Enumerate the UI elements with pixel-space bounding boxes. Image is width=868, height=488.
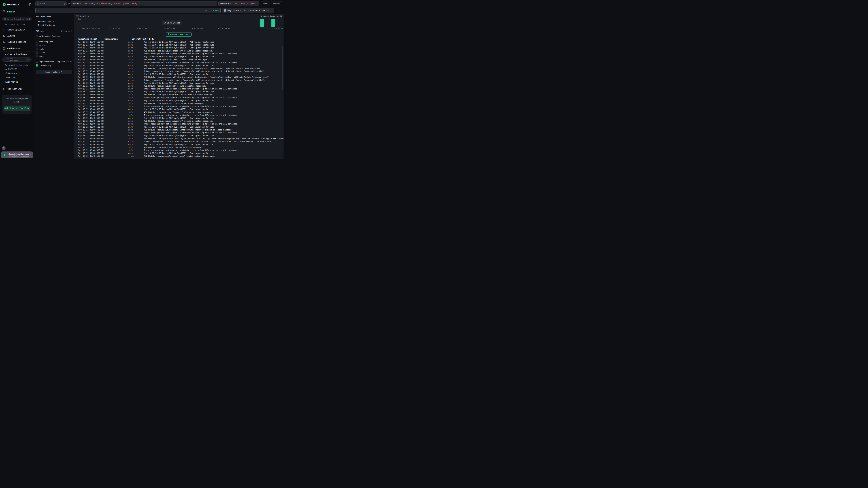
chevron-right-icon[interactable]: › xyxy=(75,67,78,69)
table-row[interactable]: › May 16 11:38:40.683 AM info ASL Module… xyxy=(74,146,283,149)
filter-checkbox[interactable]: trace xyxy=(36,51,72,55)
table-row[interactable]: › May 16 11:38:40.683 AM warn May 16 00:… xyxy=(74,82,283,85)
table-row[interactable]: › May 16 11:38:40.683 AM trace ASL Modul… xyxy=(74,155,283,157)
select-clause-input[interactable]: SELECT Timestamp, ServiceName, SeverityT… xyxy=(71,1,217,6)
table-row[interactable]: › May 16 11:38:40.683 AM warn May 16 00:… xyxy=(74,117,283,120)
table-row[interactable]: › May 16 11:38:40.683 AM warn May 16 00:… xyxy=(74,55,283,58)
table-row[interactable]: › May 16 11:38:40.683 AM info ASL Module… xyxy=(74,128,283,131)
chevron-right-icon[interactable]: › xyxy=(75,146,78,148)
histogram-bar[interactable] xyxy=(260,19,264,27)
search-input[interactable]: * SQL|Lucene xyxy=(35,8,221,13)
table-row[interactable]: › May 16 11:38:40.683 AM info Those mess… xyxy=(74,96,283,99)
table-row[interactable]: › May 16 11:38:40.683 AM info ASL Module… xyxy=(74,67,283,70)
preset-item[interactable]: Kubernetes xyxy=(0,80,34,84)
column-header-timestamp[interactable]: Timestamp (Local) xyxy=(78,38,103,40)
chevron-right-icon[interactable]: › xyxy=(75,152,78,154)
kebab-menu-icon[interactable]: ⋮ xyxy=(280,38,282,40)
save-button[interactable]: Save xyxy=(261,1,270,6)
presets-toggle[interactable]: PRESETS xyxy=(0,66,34,71)
chevron-right-icon[interactable]: › xyxy=(75,79,78,81)
chevron-right-icon[interactable]: › xyxy=(75,108,78,110)
table-row[interactable]: › May 16 11:38:40.683 AM info May 16 00:… xyxy=(74,43,283,46)
table-row[interactable]: › May 16 11:38:40.683 AM info ASL Module… xyxy=(74,102,283,105)
gear-icon[interactable]: ⚙ xyxy=(68,2,70,5)
chevron-right-icon[interactable]: › xyxy=(75,47,78,49)
chevron-right-icon[interactable]: › xyxy=(75,135,78,137)
chevron-right-icon[interactable]: › xyxy=(75,44,78,46)
chevron-right-icon[interactable]: › xyxy=(75,111,78,113)
preset-item[interactable]: Services xyxy=(0,75,34,80)
chevron-right-icon[interactable]: › xyxy=(75,53,78,55)
chevron-right-icon[interactable]: › xyxy=(75,120,78,122)
chevron-right-icon[interactable]: › xyxy=(75,140,78,142)
chevron-right-icon[interactable]: › xyxy=(75,88,78,90)
lang-lucene-toggle[interactable]: Lucene xyxy=(211,9,219,12)
saved-dashboards-input[interactable]: Saved Dashboards ⌘ K xyxy=(2,58,32,62)
less-filters-button[interactable]: Less filters xyxy=(36,70,72,74)
column-resize-handle[interactable] xyxy=(103,38,103,40)
chevron-right-icon[interactable]: › xyxy=(75,59,78,61)
scrollbar[interactable] xyxy=(282,33,283,159)
sidebar-item-client-sessions[interactable]: Client Sessions xyxy=(0,39,34,45)
table-row[interactable]: › May 16 11:38:40.683 AM warn May 16 00:… xyxy=(74,46,283,49)
column-header-service[interactable]: ServiceName xyxy=(104,38,130,40)
chevron-right-icon[interactable]: › xyxy=(75,102,78,104)
histogram-bar[interactable] xyxy=(272,19,275,27)
table-row[interactable]: › May 16 11:38:40.683 AM info Those mess… xyxy=(74,114,283,117)
table-row[interactable]: › May 16 11:38:40.683 AM info Those mess… xyxy=(74,61,283,64)
analysis-mode-tab[interactable]: Event Patterns xyxy=(36,23,72,27)
chevron-right-icon[interactable]: › xyxy=(75,132,78,134)
table-row[interactable]: › May 16 11:38:40.683 AM info ASL Module… xyxy=(74,50,283,52)
chevron-up-icon[interactable] xyxy=(29,48,31,50)
table-row[interactable]: › May 16 11:38:40.683 AM info ASL Module… xyxy=(74,93,283,96)
table-row[interactable]: › May 16 11:38:40.683 AM info ASL Module… xyxy=(74,111,283,114)
source-select[interactable]: Logs ▲▼ xyxy=(35,1,66,6)
table-row[interactable]: › May 16 11:38:40.683 AM warn May 16 00:… xyxy=(74,134,283,137)
analysis-mode-tab[interactable]: Results Table xyxy=(36,20,72,23)
chevron-right-icon[interactable]: › xyxy=(75,41,78,43)
table-row[interactable]: › May 16 11:38:40.683 AM info Those mess… xyxy=(74,105,283,108)
table-row[interactable]: › May 16 11:38:40.683 AM warn May 16 00:… xyxy=(74,152,283,155)
chevron-right-icon[interactable]: › xyxy=(75,155,78,157)
chevron-right-icon[interactable]: › xyxy=(75,129,78,131)
chevron-right-icon[interactable]: › xyxy=(75,137,78,139)
clear-all-button[interactable]: Clear all xyxy=(61,30,72,32)
chevron-right-icon[interactable]: › xyxy=(75,70,78,72)
chevron-right-icon[interactable]: › xyxy=(75,99,78,101)
table-row[interactable]: › May 16 11:38:40.683 AM warn May 16 00:… xyxy=(74,64,283,67)
chevron-right-icon[interactable]: › xyxy=(75,91,78,93)
create-dashboard-button[interactable]: + Create Dashboard xyxy=(0,52,34,57)
chevron-right-icon[interactable]: › xyxy=(75,126,78,128)
chevron-right-icon[interactable]: › xyxy=(75,94,78,96)
sidebar-item-team-settings[interactable]: ⚙ Team Settings xyxy=(0,86,34,92)
table-row[interactable]: › May 16 11:38:40.683 AM info Those mess… xyxy=(74,122,283,125)
table-row[interactable]: › May 16 11:38:40.683 AM info Those mess… xyxy=(74,87,283,90)
chevron-right-icon[interactable]: › xyxy=(75,76,78,78)
clear-group-button[interactable]: Clear xyxy=(66,61,72,63)
table-row[interactable]: › May 16 11:38:40.683 AM info Those mess… xyxy=(74,149,283,152)
chevron-right-icon[interactable]: › xyxy=(75,97,78,98)
table-row[interactable]: › May 16 11:38:40.683 AM info ASL Module… xyxy=(74,85,283,87)
alerts-button[interactable]: Alerts xyxy=(271,1,282,6)
table-row[interactable]: › May 16 11:38:40.683 AM info ASL Module… xyxy=(74,75,283,78)
table-row[interactable]: › May 16 11:38:40.683 AM error Output pa… xyxy=(74,78,283,81)
lang-sql-toggle[interactable]: SQL xyxy=(205,9,208,12)
view-events-button[interactable]: View Events xyxy=(162,21,182,25)
table-row[interactable]: › May 16 11:38:40.683 AM warn May 16 00:… xyxy=(74,108,283,110)
run-query-button[interactable]: ▷ xyxy=(276,8,282,13)
chevron-right-icon[interactable]: › xyxy=(75,56,78,58)
resume-live-tail-button[interactable]: ϟ Resume Live Tail xyxy=(166,33,191,36)
filter-checkbox[interactable]: info xyxy=(36,47,72,51)
saved-searches-input[interactable]: Saved Searches ⌘ K xyxy=(2,17,32,21)
denoise-checkbox[interactable]: ◑ Denoise Results xyxy=(36,34,72,38)
sidebar-item-alerts[interactable]: Alerts xyxy=(0,33,34,39)
table-row[interactable]: › May 16 11:38:40.683 AM warn May 16 00:… xyxy=(74,99,283,102)
chevron-up-icon[interactable] xyxy=(29,11,31,13)
table-row[interactable]: › May 16 11:38:40.683 AM warn May 16 00:… xyxy=(74,73,283,75)
user-menu[interactable]: D demos@clickhouse.com demos@clickhouse.… xyxy=(1,152,33,158)
filter-checkbox[interactable]: warn xyxy=(36,55,72,58)
column-resize-handle[interactable] xyxy=(130,38,130,40)
chevron-right-icon[interactable]: › xyxy=(75,64,78,66)
chevron-right-icon[interactable]: › xyxy=(75,50,78,52)
table-row[interactable]: › May 16 11:38:40.683 AM warn May 16 00:… xyxy=(74,90,283,93)
